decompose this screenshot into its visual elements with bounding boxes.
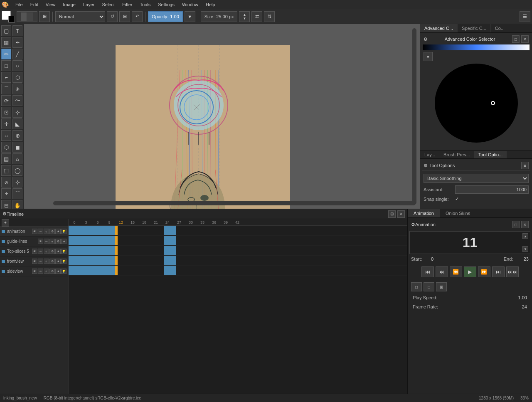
track-icon-star-sv[interactable]: ★ — [55, 269, 61, 274]
track-icon-gear-f[interactable]: ⚙ — [49, 259, 55, 264]
track-icon-eye-sv[interactable]: 👁 — [32, 269, 37, 274]
tool-shape-select[interactable]: ▢ — [1, 25, 11, 36]
tool-bezier[interactable]: ⌒ — [1, 84, 11, 94]
undo-btn[interactable]: ↶ — [132, 11, 143, 22]
tool-fill[interactable]: ◼ — [12, 142, 22, 153]
track-icon-alpha-s[interactable]: α — [44, 249, 49, 254]
reset-btn[interactable]: ↺ — [107, 11, 118, 22]
canvas-area[interactable] — [24, 24, 420, 209]
background-color[interactable] — [8, 16, 15, 22]
anim-tab-animation[interactable]: Animation — [408, 209, 440, 217]
track-icon-edit-f[interactable]: ✏ — [38, 259, 43, 264]
tool-freehand-select[interactable]: ⌀ — [1, 177, 11, 187]
opacity-menu-btn[interactable]: ▼ — [185, 11, 195, 22]
track-icon-gear[interactable]: ⚙ — [49, 229, 55, 234]
tool-circ-select[interactable]: ◯ — [12, 165, 22, 176]
color-opt-square[interactable]: ■ — [424, 52, 433, 61]
tool-transform[interactable]: ⊹ — [12, 107, 22, 118]
tab-tool-options[interactable]: Tool Optio... — [474, 151, 507, 158]
tool-magnetic-select[interactable]: ⌒ — [12, 188, 22, 199]
mirror-h-btn[interactable]: ⇄ — [251, 11, 262, 22]
tool-options-menu-btn[interactable]: ≡ — [521, 162, 529, 169]
tool-sample-color[interactable]: ⬡ — [1, 142, 11, 153]
timeline-expand-btn[interactable]: ⊞ — [388, 210, 396, 218]
tool-calligraphy[interactable]: ✒ — [12, 37, 22, 48]
brush-pattern-btn[interactable] — [17, 11, 37, 22]
pb-next-keyframe[interactable]: ⏭ — [492, 266, 505, 277]
canvas-bg[interactable] — [116, 45, 290, 209]
anim-close-btn[interactable]: × — [521, 221, 529, 228]
menu-layer[interactable]: Layer — [80, 1, 98, 8]
tool-measure[interactable]: ↔ — [1, 130, 11, 141]
track-icon-alpha[interactable]: α — [44, 229, 49, 234]
pb-step-back[interactable]: ⏪ — [450, 266, 462, 277]
track-icon-gear-s[interactable]: ⚙ — [49, 249, 55, 254]
mirror-v-btn[interactable]: ⇅ — [264, 11, 275, 22]
color-selector-close[interactable]: × — [521, 35, 529, 43]
size-up-down-btn[interactable]: ▲▼ — [239, 11, 250, 22]
brush-preset-btn[interactable]: ⊞ — [39, 11, 50, 22]
tool-transform-select[interactable]: ⊟ — [1, 200, 11, 209]
pb-first-frame[interactable]: ⏮ — [421, 266, 434, 277]
track-icon-alpha-g[interactable]: α — [49, 239, 55, 244]
track-icon-bulb-sv[interactable]: 💡 — [61, 269, 66, 274]
tool-line[interactable]: ╱ — [12, 49, 22, 59]
frame-down-arrow[interactable]: ▼ — [522, 246, 528, 252]
track-icon-star-s[interactable]: ★ — [55, 249, 61, 254]
tool-fill-pattern[interactable]: ▨ — [1, 37, 11, 48]
pb-step-forward[interactable]: ⏩ — [478, 266, 490, 277]
track-icon-star-g[interactable]: ★ — [61, 239, 66, 244]
track-icon-bulb[interactable]: 💡 — [61, 229, 66, 234]
track-icon-star-f[interactable]: ★ — [55, 259, 61, 264]
tool-polygon[interactable]: ⬡ — [12, 72, 22, 83]
anim-expand-btn[interactable]: □ — [512, 221, 520, 228]
track-icon-alpha-sv[interactable]: α — [44, 269, 49, 274]
track-icon-edit-sv[interactable]: ✏ — [38, 269, 43, 274]
menu-view[interactable]: View — [42, 1, 59, 8]
menu-window[interactable]: Window — [179, 1, 202, 8]
tool-assistant[interactable]: ◣ — [12, 118, 22, 129]
tool-crop[interactable]: ⊡ — [1, 107, 11, 118]
tool-rect[interactable]: □ — [1, 60, 11, 71]
tool-pan[interactable]: ✋ — [12, 200, 22, 209]
tool-text[interactable]: T — [12, 25, 22, 36]
panel-toggle-btn[interactable]: ☰ — [520, 11, 530, 22]
vertical-scrollbar[interactable] — [412, 28, 416, 205]
color-wheel[interactable] — [435, 64, 518, 143]
track-icon-bulb-f[interactable]: 💡 — [61, 259, 66, 264]
smoothing-select[interactable]: Basic Smoothing No Smoothing Stabilizer … — [424, 174, 529, 183]
timeline-frames[interactable]: 0 3 6 9 12 15 18 21 24 27 30 33 36 39 42 — [69, 219, 407, 394]
track-icon-eye-s[interactable]: 👁 — [32, 249, 37, 254]
tool-contiguous-select[interactable]: ⊹ — [12, 177, 22, 187]
menu-image[interactable]: Image — [59, 1, 79, 8]
menu-tools[interactable]: Tools — [137, 1, 154, 8]
menu-filter[interactable]: Filter — [119, 1, 135, 8]
track-icon-edit[interactable]: ✏ — [38, 229, 43, 234]
tool-hairy-brush[interactable]: 〜 — [12, 95, 22, 106]
preserve-alpha-btn[interactable]: ⊞ — [119, 11, 130, 22]
add-track-btn[interactable]: + — [2, 219, 9, 227]
track-icon-eye-g[interactable]: 👁 — [38, 239, 43, 244]
menu-select[interactable]: Select — [99, 1, 118, 8]
tool-ellipse[interactable]: ○ — [12, 60, 22, 71]
tab-layers[interactable]: Lay... — [420, 151, 439, 158]
tab-color-other[interactable]: Co... — [491, 24, 509, 32]
tool-similar-select[interactable]: ⌖ — [1, 188, 11, 199]
track-icon-gear-g[interactable]: ⚙ — [55, 239, 61, 244]
tool-zoom[interactable]: ⊕ — [12, 130, 22, 141]
hue-gradient-bar[interactable] — [423, 44, 530, 50]
tab-advanced-color[interactable]: Advanced C... — [420, 24, 458, 32]
menu-edit[interactable]: Edit — [27, 1, 42, 8]
color-selector-widget[interactable] — [2, 11, 15, 22]
track-icon-alpha-f[interactable]: α — [44, 259, 49, 264]
anim-tab-onion-skins[interactable]: Onion Skins — [440, 209, 476, 217]
size-control[interactable]: Size: 25.00 px — [201, 11, 238, 22]
tool-smart-patch[interactable]: ⌂ — [12, 153, 22, 164]
tool-polyline[interactable]: ⌐ — [1, 72, 11, 83]
tool-multibrush[interactable]: ✳ — [12, 84, 22, 94]
anim-btn-3[interactable]: ⊞ — [436, 282, 447, 291]
pb-play[interactable]: ▶ — [464, 266, 476, 277]
menu-settings[interactable]: Settings — [155, 1, 178, 8]
opacity-control[interactable]: Opacity: 1.00 — [148, 11, 183, 22]
tool-move[interactable]: ✛ — [1, 118, 11, 129]
